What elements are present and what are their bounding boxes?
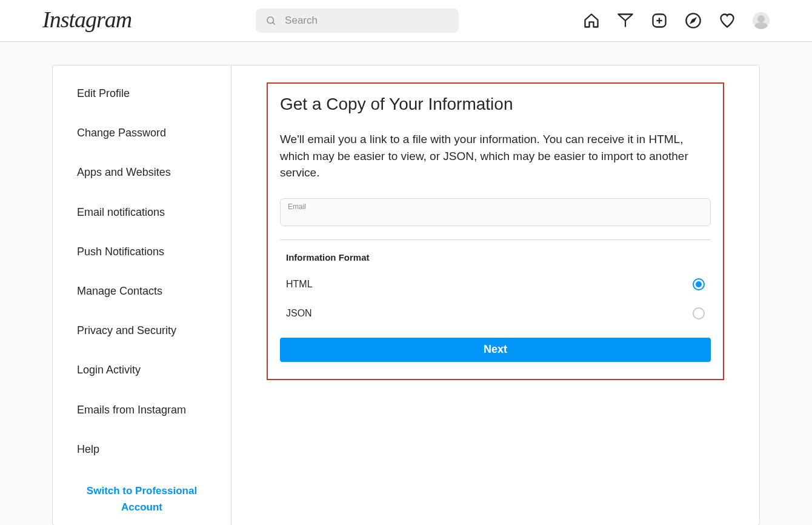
email-field[interactable]: Email [280,198,711,226]
profile-avatar[interactable] [753,12,770,29]
sidebar-item-emails-from-instagram[interactable]: Emails from Instagram [53,394,231,426]
sidebar-item-manage-contacts[interactable]: Manage Contacts [53,275,231,307]
switch-professional-link[interactable]: Switch to Professional Account [53,473,231,525]
format-option-json[interactable]: JSON [280,303,711,324]
page-description: We'll email you a link to a file with yo… [280,131,711,181]
next-button[interactable]: Next [280,338,711,362]
sidebar-item-privacy-security[interactable]: Privacy and Security [53,315,231,347]
format-heading: Information Format [280,252,711,262]
search-input[interactable]: Search [256,8,459,33]
radio-icon [693,307,705,319]
svg-line-1 [273,22,275,25]
search-icon [265,15,276,26]
format-option-html[interactable]: HTML [280,273,711,295]
sidebar-item-push-notifications[interactable]: Push Notifications [53,236,231,268]
settings-content: Get a Copy of Your Information We'll ema… [231,65,759,525]
sidebar-item-help[interactable]: Help [53,433,231,466]
settings-sidebar: Edit Profile Change Password Apps and We… [53,65,231,525]
divider [280,239,711,240]
sidebar-item-apps-websites[interactable]: Apps and Websites [53,156,231,189]
format-label: JSON [286,308,312,319]
new-post-icon[interactable] [651,12,668,29]
messenger-icon[interactable] [617,12,634,29]
nav-icons [583,12,770,29]
format-label: HTML [286,279,313,290]
settings-container: Edit Profile Change Password Apps and We… [52,65,760,525]
home-icon[interactable] [583,12,600,29]
sidebar-item-edit-profile[interactable]: Edit Profile [53,78,231,110]
search-wrap: Search [131,8,583,33]
sidebar-item-change-password[interactable]: Change Password [53,117,231,149]
svg-marker-7 [691,19,696,23]
activity-icon[interactable] [719,12,736,29]
page-title: Get a Copy of Your Information [280,95,711,114]
download-data-panel: Get a Copy of Your Information We'll ema… [267,82,724,380]
sidebar-item-email-notifications[interactable]: Email notifications [53,196,231,229]
explore-icon[interactable] [685,12,702,29]
radio-icon [693,278,705,290]
instagram-logo[interactable]: Instagram [42,6,131,33]
svg-point-0 [267,17,274,24]
search-placeholder: Search [285,15,318,27]
top-nav: Instagram Search [0,0,812,42]
sidebar-item-login-activity[interactable]: Login Activity [53,354,231,386]
email-label: Email [288,202,703,211]
